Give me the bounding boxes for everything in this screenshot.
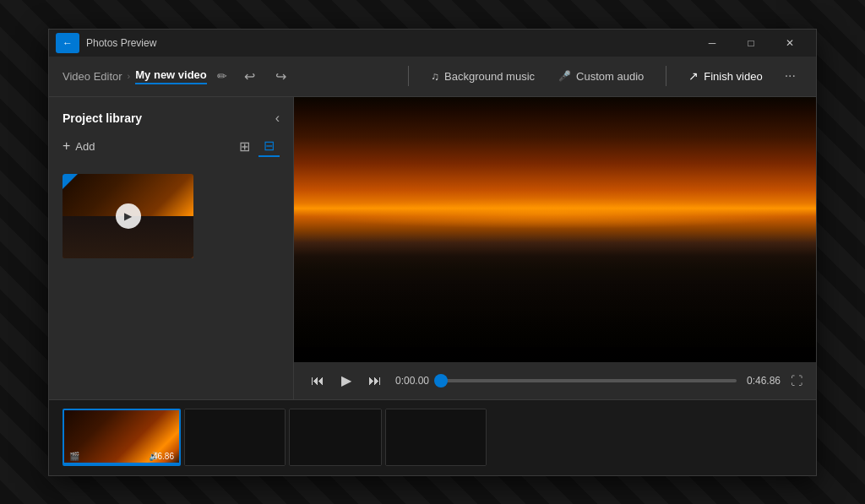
custom-audio-icon: 🎤 bbox=[558, 70, 571, 82]
finish-icon: ↗ bbox=[688, 69, 699, 83]
panel-title: Project library bbox=[63, 111, 142, 125]
playback-controls: ⏮ ▶ ⏭ 0:00.00 0:46.86 ⛶ bbox=[294, 362, 816, 399]
timeline-clip-2[interactable] bbox=[184, 409, 286, 466]
play-overlay-icon: ▶ bbox=[116, 203, 141, 229]
left-panel: Project library ‹ + Add ⊞ ⊟ ▶ bbox=[49, 97, 294, 399]
clip-active-indicator bbox=[64, 463, 179, 464]
fullscreen-icon: ⛶ bbox=[791, 374, 802, 387]
add-label: Add bbox=[75, 140, 95, 153]
breadcrumb: Video Editor › My new video bbox=[63, 68, 207, 84]
clip-3-thumbnail bbox=[290, 409, 381, 465]
panel-header: Project library ‹ bbox=[49, 97, 293, 133]
app-window: ← Photos Preview ─ □ ✕ Video Editor › My… bbox=[48, 29, 817, 476]
item-thumbnail: ▶ bbox=[63, 174, 193, 258]
maximize-button[interactable]: □ bbox=[732, 30, 770, 57]
video-preview bbox=[294, 97, 816, 362]
background-music-button[interactable]: ♫ Background music bbox=[422, 65, 543, 88]
redo-button[interactable]: ↪ bbox=[269, 65, 293, 88]
back-button[interactable]: ← bbox=[56, 33, 79, 53]
grid-view-button[interactable]: ⊞ bbox=[234, 136, 255, 157]
rewind-button[interactable]: ⏮ bbox=[307, 370, 328, 392]
finish-video-label: Finish video bbox=[704, 70, 762, 83]
undo-button[interactable]: ↩ bbox=[237, 65, 262, 88]
breadcrumb-parent[interactable]: Video Editor bbox=[63, 70, 122, 83]
play-icon: ▶ bbox=[341, 372, 351, 388]
clip-1-duration: 46.86 bbox=[153, 452, 174, 461]
add-media-button[interactable]: + Add bbox=[63, 138, 95, 154]
title-bar: ← Photos Preview ─ □ ✕ bbox=[49, 30, 816, 57]
timeline-clip-4[interactable] bbox=[385, 409, 487, 466]
clip-type-icon: 🎬 bbox=[69, 452, 79, 461]
breadcrumb-current: My new video bbox=[135, 68, 207, 84]
library-item[interactable]: ▶ bbox=[63, 174, 193, 258]
more-options-button[interactable]: ··· bbox=[778, 65, 802, 87]
progress-bar[interactable] bbox=[439, 379, 737, 382]
background-music-label: Background music bbox=[444, 70, 535, 83]
clip-4-thumbnail bbox=[386, 409, 486, 465]
close-button[interactable]: ✕ bbox=[770, 30, 809, 57]
custom-audio-button[interactable]: 🎤 Custom audio bbox=[550, 65, 652, 88]
edit-name-button[interactable]: ✏ bbox=[214, 66, 231, 86]
next-frame-button[interactable]: ⏭ bbox=[365, 370, 385, 392]
custom-audio-label: Custom audio bbox=[576, 70, 644, 83]
breadcrumb-separator: › bbox=[128, 71, 131, 81]
rewind-icon: ⏮ bbox=[311, 373, 324, 388]
timeline-clip-1[interactable]: 🎬 🔊 46.86 bbox=[63, 409, 181, 466]
next-frame-icon: ⏭ bbox=[368, 373, 382, 388]
current-time-display: 0:00.00 bbox=[395, 375, 429, 387]
panel-toolbar: + Add ⊞ ⊟ bbox=[49, 133, 293, 167]
progress-thumb[interactable] bbox=[434, 374, 448, 387]
divider-2 bbox=[666, 66, 666, 86]
timeline: 🎬 🔊 46.86 bbox=[49, 399, 816, 475]
list-view-button[interactable]: ⊟ bbox=[258, 136, 280, 157]
minimize-button[interactable]: ─ bbox=[693, 30, 732, 57]
duration-display: 0:46.86 bbox=[747, 375, 781, 387]
view-toggle: ⊞ ⊟ bbox=[234, 136, 280, 157]
video-frame bbox=[294, 97, 816, 362]
finish-video-button[interactable]: ↗ Finish video bbox=[680, 64, 770, 88]
clip-2-thumbnail bbox=[185, 409, 285, 465]
clip-1-label: 🎬 bbox=[69, 452, 79, 461]
timeline-clip-3[interactable] bbox=[289, 409, 382, 466]
library-items: ▶ bbox=[49, 167, 293, 399]
window-controls: ─ □ ✕ bbox=[693, 30, 809, 57]
fullscreen-button[interactable]: ⛶ bbox=[791, 374, 802, 387]
panel-collapse-button[interactable]: ‹ bbox=[275, 111, 280, 126]
window-title: Photos Preview bbox=[86, 37, 693, 49]
main-content: Project library ‹ + Add ⊞ ⊟ ▶ bbox=[49, 97, 816, 399]
app-bar: Video Editor › My new video ✏ ↩ ↪ ♫ Back… bbox=[49, 57, 816, 97]
music-icon: ♫ bbox=[431, 70, 439, 83]
divider bbox=[408, 66, 409, 86]
play-button[interactable]: ▶ bbox=[338, 369, 355, 392]
right-panel: ⏮ ▶ ⏭ 0:00.00 0:46.86 ⛶ bbox=[294, 97, 816, 399]
add-icon: + bbox=[63, 138, 70, 154]
